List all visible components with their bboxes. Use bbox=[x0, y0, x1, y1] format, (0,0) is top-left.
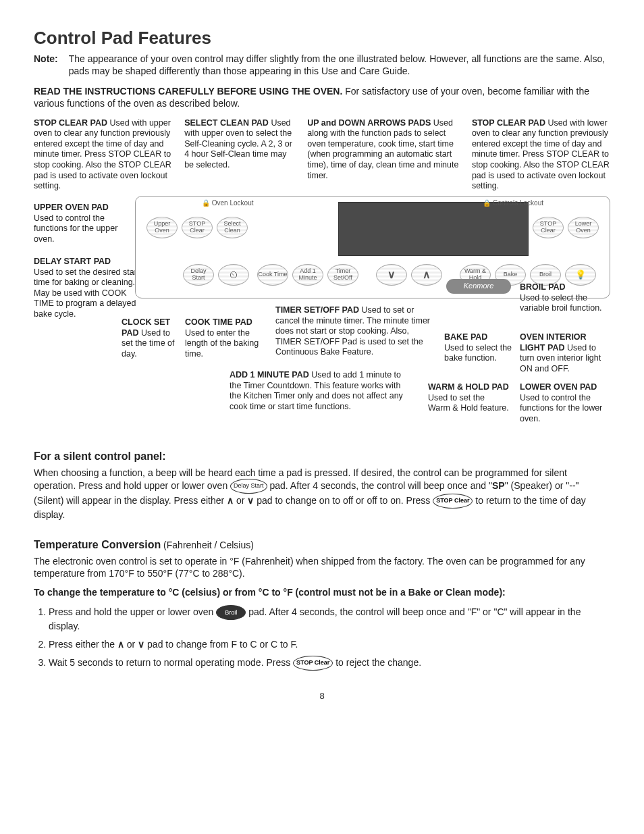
temp-step-2: Press either the ∧ or ∨ pad to change fr… bbox=[49, 638, 610, 650]
note-row: Note: The appearance of your oven contro… bbox=[34, 53, 610, 77]
control-panel-diagram: STOP CLEAR PAD Used with upper oven to c… bbox=[34, 118, 610, 431]
page-number: 8 bbox=[34, 691, 610, 702]
page-title: Control Pad Features bbox=[34, 27, 610, 50]
silent-heading: For a silent control panel: bbox=[34, 450, 610, 464]
pad-lower-oven[interactable]: Lower Oven bbox=[568, 217, 599, 238]
callout-clock-set: CLOCK SET PAD Used to set the time of da… bbox=[122, 317, 182, 360]
lcd-display bbox=[338, 202, 529, 256]
temp-step-3: Wait 5 seconds to return to normal opera… bbox=[49, 656, 610, 671]
pad-stop-clear-upper[interactable]: STOP Clear bbox=[182, 217, 213, 238]
callout-lower-oven: LOWER OVEN PADUsed to control the functi… bbox=[520, 382, 610, 425]
callout-warm-hold: WARM & HOLD PADUsed to set the Warm & Ho… bbox=[428, 382, 509, 414]
callout-timer-set-off: TIMER SET/OFF PAD Used to set or cancel … bbox=[275, 305, 431, 358]
callout-upper-oven: UPPER OVEN PAD Used to control the funct… bbox=[34, 203, 135, 245]
inline-pad-delay-start: Delay Start bbox=[230, 479, 267, 494]
silent-paragraph: When choosing a function, a beep will be… bbox=[34, 467, 610, 521]
pad-select-clean[interactable]: Select Clean bbox=[217, 217, 248, 238]
callout-stop-clear-upper: STOP CLEAR PAD Used with upper oven to c… bbox=[34, 118, 172, 192]
callout-bake: BAKE PADUsed to select the bake function… bbox=[444, 332, 514, 364]
read-bold: READ THE INSTRUCTIONS CAREFULLY BEFORE U… bbox=[34, 86, 342, 97]
pad-add-1-minute[interactable]: Add 1 Minute bbox=[292, 264, 323, 286]
pad-up-arrow[interactable]: ∧ bbox=[411, 264, 442, 286]
temp-paragraph-1: The electronic oven control is set to op… bbox=[34, 555, 610, 579]
callout-arrows: UP and DOWN ARROWS PADS Used along with … bbox=[307, 118, 460, 192]
pad-upper-oven[interactable]: Upper Oven bbox=[146, 217, 178, 238]
intro: READ THE INSTRUCTIONS CAREFULLY BEFORE U… bbox=[34, 85, 610, 109]
oven-lockout-icon: 🔒 Oven Lockout bbox=[202, 199, 254, 208]
callout-oven-light: OVEN INTERIOR LIGHT PAD Used to turn ove… bbox=[520, 332, 610, 375]
pad-stop-clear-lower[interactable]: STOP Clear bbox=[533, 217, 564, 238]
pad-timer-set-off[interactable]: Timer Set/Off bbox=[327, 264, 358, 286]
pad-down-arrow[interactable]: ∨ bbox=[376, 264, 407, 286]
brand-logo: Kenmore bbox=[446, 279, 511, 294]
callout-add-1-minute: ADD 1 MINUTE PAD Used to add 1 minute to… bbox=[230, 370, 405, 413]
note-text: The appearance of your oven control may … bbox=[69, 53, 610, 77]
inline-pad-stop-clear: STOP Clear bbox=[293, 656, 333, 671]
note-label: Note: bbox=[34, 53, 58, 77]
inline-pad-broil: Broil bbox=[216, 605, 246, 620]
temp-paragraph-2: To change the temperature to °C (celsius… bbox=[34, 586, 610, 598]
pad-clock[interactable]: ⏲ bbox=[218, 264, 249, 286]
callout-select-clean: SELECT CLEAN PAD Used with upper oven to… bbox=[184, 118, 295, 192]
pad-cook-time[interactable]: Cook Time bbox=[257, 264, 288, 286]
inline-pad-stop-clear: STOP Clear bbox=[433, 494, 473, 509]
up-arrow-icon: ∧ bbox=[227, 495, 234, 506]
temp-step-1: Press and hold the upper or lower oven B… bbox=[49, 605, 610, 632]
callout-stop-clear-lower: STOP CLEAR PAD Used with lower oven to c… bbox=[472, 118, 610, 192]
controls-lockout-icon: 🔒 Controls Lockout bbox=[483, 199, 543, 208]
callout-broil: BROIL PADUsed to select the variable bro… bbox=[520, 282, 608, 314]
up-arrow-icon: ∧ bbox=[117, 639, 124, 650]
callout-cook-time: COOK TIME PAD Used to enter the length o… bbox=[185, 317, 259, 360]
temp-steps: Press and hold the upper or lower oven B… bbox=[34, 605, 610, 670]
pad-delay-start[interactable]: Delay Start bbox=[183, 264, 214, 286]
temp-heading: Temperature Conversion (Fahrenheit / Cel… bbox=[34, 538, 610, 552]
down-arrow-icon: ∨ bbox=[138, 639, 144, 650]
down-arrow-icon: ∨ bbox=[247, 495, 254, 506]
